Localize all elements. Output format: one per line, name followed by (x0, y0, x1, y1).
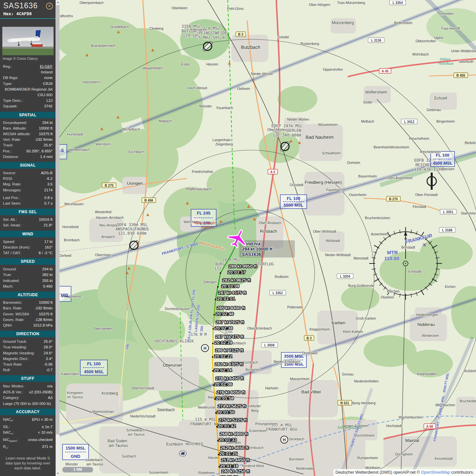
map-label: Ober-Florstadt (415, 193, 438, 197)
map-label: -5 (60, 148, 64, 153)
map-label: Brandoberndorf (91, 44, 115, 48)
row-value: A3 (48, 395, 53, 401)
map-label: Ober-Rosbach (259, 221, 281, 225)
trail-point (217, 440, 219, 442)
row-label: DB flags: (3, 75, 19, 81)
row-value: 0.8 s (44, 195, 53, 201)
map-label: Frankfurter (244, 404, 261, 408)
trail-label-speed-alt: 287 kt 9175 ft (218, 290, 246, 295)
row-value: 17 kt (44, 239, 53, 245)
data-row: Ireland (0, 69, 56, 75)
road-badge: L 3188 (439, 227, 456, 232)
road-badge: A 66 (424, 424, 436, 429)
map-label: Nieder-Wöllstadt (325, 253, 351, 257)
trail-label-speed-alt: 275 kt 5225 ft (219, 417, 247, 422)
map-label: Oberstedten (94, 327, 113, 331)
row-label: NICBARO: (3, 437, 18, 444)
road-badge: L 3136 (368, 38, 384, 43)
trail-label-time: 20:01:50 (217, 410, 235, 415)
airport-label: ANSPACH/TAUNUS (115, 227, 149, 231)
row-value: 3.4° (46, 356, 53, 362)
row-label: Squawk: (3, 103, 18, 109)
road-badge: B 3 (236, 32, 246, 37)
map-label: Langenhain- (213, 138, 232, 142)
trail-label-speed-alt: 251 kt 4450 ft (221, 457, 249, 462)
row-label: True Heading: (3, 344, 27, 350)
row-value: 21.8° (44, 222, 53, 228)
road-badge: L 3351 (440, 209, 456, 214)
trail-label-time: 20:03:17 (228, 270, 246, 275)
map-label: Cleeberg (149, 26, 164, 30)
map-label: Bönstadt (401, 245, 415, 249)
airspace-label-box: 1500 MSLGND (62, 444, 89, 460)
map-label: Bad Soden (107, 439, 127, 443)
airport-label: -PFINGSTWEIDE (196, 31, 227, 35)
svg-text:A 45: A 45 (382, 69, 389, 73)
map-label: Fauerbach (217, 106, 233, 110)
map-label: Bad Vilbel (301, 389, 321, 394)
row-label: RC: (3, 444, 9, 451)
road-badge: L 3204 (337, 274, 353, 279)
trail-point (220, 272, 221, 274)
row-value: 3.5 (47, 181, 53, 187)
data-row: Geom. WGS84:10375 ft (0, 311, 56, 317)
trail-label-speed-alt: 282 kt 9625 ft (222, 278, 251, 283)
map-label: Wohnbach (412, 52, 429, 56)
close-icon[interactable]: ✕ (46, 3, 53, 10)
map-label: MSL (61, 294, 69, 298)
map-label: Dillingen (204, 280, 217, 284)
aircraft-photo[interactable] (2, 27, 54, 55)
road-badge: L 3008 (261, 342, 278, 347)
map-label: Leidhecken (437, 167, 455, 171)
row-label: RSSI: (3, 176, 13, 181)
trail-label-time: 20:02:46 (216, 311, 234, 316)
row-label: Sel. Head.: (3, 222, 22, 228)
map-label: Kraftsolms (60, 14, 73, 18)
data-sections: SPATIALGroundspeed:294 ktBaro. Altitude:… (0, 112, 56, 451)
map-label: Ober-Mörlen (267, 128, 287, 132)
map-label: Ilbenstadt (353, 256, 369, 260)
svg-text:L 3352: L 3352 (273, 291, 283, 295)
svg-text:H: H (204, 346, 207, 351)
map-label: Heuchelheim (409, 137, 429, 140)
row-label: Sel. Alt.: (3, 217, 17, 222)
trail-label-speed-alt: 282 kt 6775 ft (215, 362, 243, 367)
map-label: Griedel (278, 35, 289, 39)
map-label: Kronberg (101, 391, 118, 396)
data-row: TAT / OAT:8 / -3 °C (0, 250, 56, 256)
row-value: ≤ 1e-7 (42, 424, 53, 430)
trail-label-time: 20:03:09 (221, 284, 239, 289)
map-label: NOVEMBER (186, 442, 203, 446)
map-label: Burg-Gräfenrode (348, 284, 375, 288)
row-label: Direction (from): (3, 245, 30, 250)
row-value: -192 ft/min (35, 305, 53, 311)
trail-label-time: 20:01:58 (216, 396, 234, 401)
map-label: Merzhausen (64, 202, 84, 206)
map-label: Pohl-Göns (227, 7, 244, 11)
map-canvas[interactable]: 335m MSLBUTZBACH129.5055 m MSL-PFINGSTWE… (60, 0, 476, 476)
map-label: Königstein (67, 391, 83, 395)
data-row: Last Seen:0.7 s (0, 201, 56, 206)
vor-frequency: 110.00 (384, 256, 399, 261)
openstreetmap-link[interactable]: OpenStreetMap (421, 470, 450, 475)
phi-icon (427, 173, 436, 190)
map-label: Rumpenheim (357, 456, 378, 460)
registration-link[interactable]: EI-GEF (40, 64, 53, 69)
map-label: Eichen (445, 285, 456, 289)
trail-label-speed-alt: 268 kt 4900 ft (220, 431, 248, 436)
trail-label-time: 20:02:22 (214, 354, 232, 359)
map-label: Ziegenberg (215, 142, 233, 146)
row-value: 10000 ft (39, 300, 53, 305)
data-row: Groundspeed:294 kt (0, 120, 56, 126)
trail-label-time: 20:03:01 (217, 296, 235, 301)
data-row: QNH:1012.8 hPa (0, 323, 56, 328)
map-label: Munitionslager (194, 221, 216, 225)
map-label: Mittlere (440, 58, 451, 61)
trail-label-time: 20:01:18 (220, 463, 238, 468)
map-label: BURG (215, 262, 224, 266)
road-badge: B 275 (386, 196, 401, 201)
trail-label-time: 20:01:33 (219, 437, 237, 442)
map-label: Wölfersheim (365, 90, 387, 95)
map-label: Wachenbuchen (399, 415, 423, 419)
svg-text:3500 MSL: 3500 MSL (284, 354, 304, 359)
